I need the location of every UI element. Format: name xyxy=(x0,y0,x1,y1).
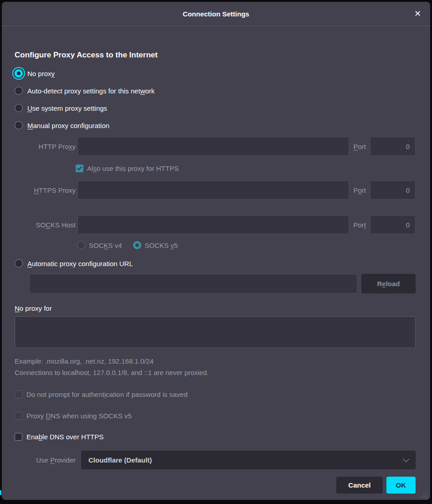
socks-host-row: SOCKS Host Port xyxy=(15,215,416,234)
checkbox-label: Proxy DNS when using SOCKS v5 xyxy=(26,412,132,420)
radio-option-automatic-url[interactable]: Automatic proxy configuration URL xyxy=(15,257,416,270)
socks-v5-label: SOCKS v5 xyxy=(145,242,178,249)
radio-label: Auto-detect proxy settings for this netw… xyxy=(27,87,154,95)
https-port-input[interactable] xyxy=(370,180,416,200)
close-icon[interactable]: ✕ xyxy=(414,8,421,19)
radio-selected-icon xyxy=(15,69,23,77)
radio-option-manual-proxy[interactable]: Manual proxy configuration xyxy=(15,119,416,132)
provider-row: Use Provider Cloudflare (Default) xyxy=(15,451,416,469)
radio-label: Use system proxy settings xyxy=(27,104,107,112)
checkbox-proxy-dns-socks5[interactable]: Proxy DNS when using SOCKS v5 xyxy=(15,410,416,421)
checkbox-label: Do not prompt for authentication if pass… xyxy=(26,391,188,398)
localhost-note-text: Connections to localhost, 127.0.0.1/8, a… xyxy=(15,368,416,377)
auto-url-row: Reload xyxy=(29,274,416,293)
provider-dropdown-value: Cloudflare (Default) xyxy=(88,456,404,464)
socks-version-row: SOCKS v4 SOCKS v5 xyxy=(77,240,416,250)
radio-icon xyxy=(15,259,23,267)
https-port-label: Port xyxy=(353,186,366,194)
background-page-artifact xyxy=(0,490,1,495)
checkbox-enable-doh[interactable]: Enable DNS over HTTPS xyxy=(15,431,416,442)
checkbox-no-prompt-auth[interactable]: Do not prompt for authentication if pass… xyxy=(15,389,416,400)
dialog-footer: Cancel OK xyxy=(15,477,416,494)
radio-icon xyxy=(15,121,23,129)
no-proxy-for-label: No proxy for xyxy=(15,303,416,313)
http-port-label: Port xyxy=(353,143,366,150)
checkbox-icon xyxy=(15,391,22,398)
radio-option-no-proxy[interactable]: No proxy xyxy=(15,67,416,80)
socks-port-input[interactable] xyxy=(370,215,416,234)
connection-settings-dialog: Connection Settings ✕ Configure Proxy Ac… xyxy=(2,2,430,500)
section-heading: Configure Proxy Access to the Internet xyxy=(15,50,416,60)
chevron-down-icon xyxy=(403,456,409,462)
ok-button[interactable]: OK xyxy=(386,477,416,494)
radio-label: Manual proxy configuration xyxy=(27,122,109,129)
dialog-content: Configure Proxy Access to the Internet N… xyxy=(2,26,430,500)
no-proxy-example-text: Example: .mozilla.org, .net.nz, 192.168.… xyxy=(15,357,416,366)
https-proxy-row: HTTPS Proxy Port xyxy=(15,180,416,200)
radio-option-auto-detect[interactable]: Auto-detect proxy settings for this netw… xyxy=(15,84,416,97)
http-proxy-input[interactable] xyxy=(77,137,349,156)
also-https-checkbox-row[interactable]: Also use this proxy for HTTPS xyxy=(76,163,416,173)
screen-background: Connection Settings ✕ Configure Proxy Ac… xyxy=(0,0,432,504)
reload-button[interactable]: Reload xyxy=(361,274,416,293)
dialog-titlebar: Connection Settings ✕ xyxy=(2,2,430,26)
auto-url-input[interactable] xyxy=(29,274,357,293)
also-https-label: Also use this proxy for HTTPS xyxy=(87,165,179,172)
checkbox-label: Enable DNS over HTTPS xyxy=(26,433,103,441)
socks-port-label: Port xyxy=(353,221,366,229)
http-proxy-label: HTTP Proxy xyxy=(15,143,76,150)
http-proxy-row: HTTP Proxy Port xyxy=(15,137,416,156)
radio-icon xyxy=(15,87,23,95)
socks-v4-label: SOCKS v4 xyxy=(89,242,122,249)
socks-host-label: SOCKS Host xyxy=(15,221,76,229)
radio-label: Automatic proxy configuration URL xyxy=(27,260,133,267)
no-proxy-for-textarea[interactable] xyxy=(15,316,416,348)
cancel-button[interactable]: Cancel xyxy=(336,477,382,494)
https-proxy-input[interactable] xyxy=(77,180,349,200)
socks-v4-radio-icon[interactable] xyxy=(77,241,85,249)
socks-v5-radio-selected-icon[interactable] xyxy=(133,241,141,249)
dialog-title: Connection Settings xyxy=(183,10,249,18)
radio-label: No proxy xyxy=(27,70,55,77)
use-provider-label: Use Provider xyxy=(15,456,76,464)
checkbox-checked-icon xyxy=(76,165,83,172)
http-port-input[interactable] xyxy=(370,137,416,156)
https-proxy-label: HTTPS Proxy xyxy=(15,186,76,194)
provider-dropdown[interactable]: Cloudflare (Default) xyxy=(81,451,416,469)
radio-option-system-proxy[interactable]: Use system proxy settings xyxy=(15,102,416,114)
checkbox-icon xyxy=(15,412,22,420)
socks-host-input[interactable] xyxy=(77,215,349,234)
radio-icon xyxy=(15,104,23,112)
checkbox-icon xyxy=(15,433,22,441)
